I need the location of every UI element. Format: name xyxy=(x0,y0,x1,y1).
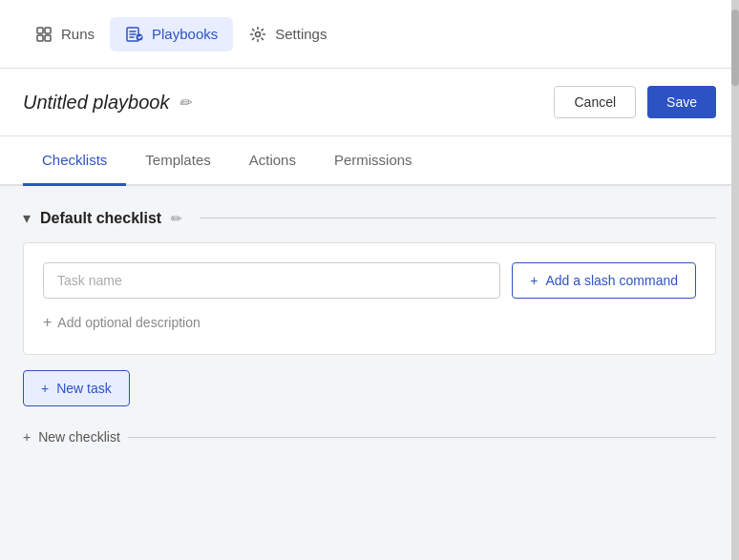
settings-label: Settings xyxy=(275,26,327,42)
settings-icon xyxy=(248,25,267,44)
playbooks-label: Playbooks xyxy=(152,26,218,42)
main-content: ▾ Default checklist ✏ + Add a slash comm… xyxy=(0,186,739,552)
checklist-edit-icon[interactable]: ✏ xyxy=(171,211,182,226)
add-description-row[interactable]: + Add optional description xyxy=(43,310,696,335)
checklist-card: + Add a slash command + Add optional des… xyxy=(23,242,716,355)
save-button[interactable]: Save xyxy=(647,86,716,118)
plus-task-icon: + xyxy=(41,381,49,396)
tab-checklists[interactable]: Checklists xyxy=(23,136,126,186)
playbooks-icon xyxy=(125,25,144,44)
new-checklist-divider xyxy=(128,437,716,438)
top-navigation: Runs Playbooks Settings xyxy=(0,0,739,69)
runs-label: Runs xyxy=(61,26,95,42)
tab-templates[interactable]: Templates xyxy=(126,136,229,186)
plus-checklist-icon: + xyxy=(23,429,31,445)
task-name-input[interactable] xyxy=(43,262,500,299)
checklist-divider xyxy=(200,218,716,218)
new-checklist-label: New checklist xyxy=(38,429,120,445)
svg-point-6 xyxy=(256,31,261,36)
svg-rect-3 xyxy=(45,35,51,41)
new-task-button[interactable]: + New task xyxy=(23,370,130,406)
add-slash-command-button[interactable]: + Add a slash command xyxy=(512,262,696,299)
nav-playbooks[interactable]: Playbooks xyxy=(110,17,233,52)
header-actions: Cancel Save xyxy=(554,86,716,118)
playbook-title-text: Untitled playbook xyxy=(23,92,169,114)
new-checklist-row[interactable]: + New checklist xyxy=(23,429,716,445)
plus-slash-icon: + xyxy=(530,273,538,288)
nav-runs[interactable]: Runs xyxy=(19,17,110,52)
checklist-header: ▾ Default checklist ✏ xyxy=(23,209,716,227)
edit-title-icon[interactable]: ✏ xyxy=(179,93,191,112)
tabs-bar: Checklists Templates Actions Permissions xyxy=(0,136,739,186)
runs-icon xyxy=(34,25,53,44)
nav-settings[interactable]: Settings xyxy=(233,17,342,52)
checklist-title: Default checklist xyxy=(40,210,161,227)
cancel-button[interactable]: Cancel xyxy=(554,86,636,118)
task-row: + Add a slash command xyxy=(43,262,696,299)
svg-rect-0 xyxy=(37,28,43,33)
tab-actions[interactable]: Actions xyxy=(230,136,315,186)
collapse-icon[interactable]: ▾ xyxy=(23,209,31,227)
tab-permissions[interactable]: Permissions xyxy=(315,136,432,186)
scrollbar-thumb[interactable] xyxy=(731,10,739,86)
svg-point-5 xyxy=(137,33,143,40)
scrollbar[interactable] xyxy=(731,0,739,560)
plus-desc-icon: + xyxy=(43,314,52,331)
page-header: Untitled playbook ✏ Cancel Save xyxy=(0,69,739,136)
add-description-label: Add optional description xyxy=(57,315,200,330)
checklist-section: ▾ Default checklist ✏ + Add a slash comm… xyxy=(23,209,716,445)
playbook-title-area: Untitled playbook ✏ xyxy=(23,92,191,114)
svg-rect-2 xyxy=(37,35,43,41)
svg-rect-1 xyxy=(45,28,51,33)
